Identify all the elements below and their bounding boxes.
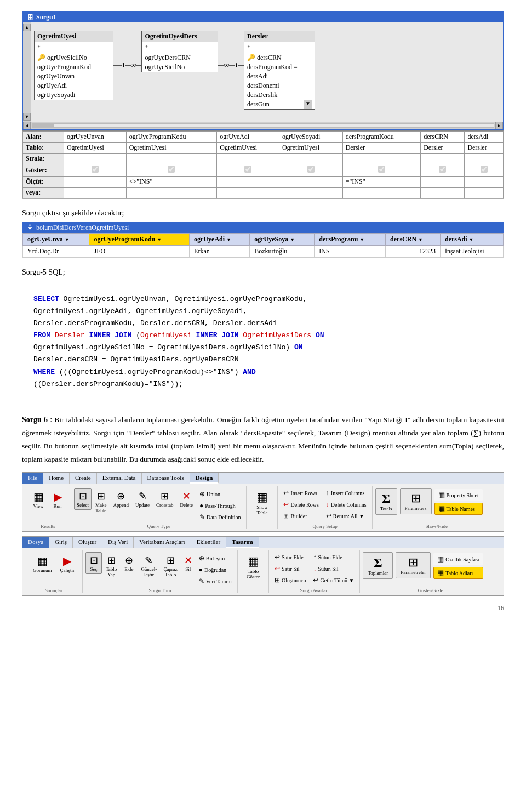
passthrough-button[interactable]: ● Pass-Through	[197, 501, 243, 511]
guncellestir-button[interactable]: ✎ Güncel-leştir	[138, 552, 159, 580]
ribbon-en-tab-create[interactable]: Create	[70, 473, 97, 484]
ribbon-en-tab-extdata[interactable]: External Data	[97, 473, 142, 484]
satir-ekle-button[interactable]: ↩ Satır Ekle	[272, 552, 308, 563]
parameters-icon: ⊞	[411, 491, 421, 506]
insert-rows-icon: ↩	[283, 489, 289, 497]
qbe-sirala-6	[421, 154, 465, 164]
delete-label: Delete	[180, 502, 193, 508]
gorunum-label: Görünüm	[33, 567, 52, 573]
veritanimi-icon: ✎	[199, 577, 204, 586]
union-button[interactable]: ⊕ Union	[197, 489, 243, 499]
table-box-ogretimuyesiDers: OgretimUyesiDers * ogrUyeDersCRN ogrUyeS…	[141, 31, 218, 72]
ribbon-tr-tab-tasarim[interactable]: Tasarım	[226, 537, 259, 548]
ribbon-tr-tab-olustur[interactable]: Oluştur	[73, 537, 102, 548]
parameters-button[interactable]: ⊞ Parameters	[400, 488, 432, 514]
veritanimi-button[interactable]: ✎ Veri Tanımı	[196, 576, 235, 587]
qbe-row-label-olcut: Ölçüt:	[23, 177, 64, 188]
sql-keyword-where: WHERE	[33, 368, 55, 376]
ribbon-en-tab-design[interactable]: Design	[190, 473, 219, 484]
ribbon-group-showtable: ▦ ShowTable	[247, 486, 278, 529]
toplamlar-button[interactable]: Σ Toplamlar	[363, 552, 393, 579]
col-header-ogryeadi[interactable]: ogrUyeAdi ▼	[190, 234, 250, 246]
tablo-goster-button[interactable]: ▦ TabloGöster	[242, 552, 264, 582]
calistir-button[interactable]: ▶ Çalıştır	[57, 552, 78, 575]
ribbon-en: File Home Create External Data Database …	[22, 472, 504, 532]
toplamlar-icon: Σ	[374, 555, 382, 570]
ribbon-en-tab-home[interactable]: Home	[43, 473, 70, 484]
col-header-ogryeunva[interactable]: ogrUyeUnva ▼	[23, 234, 89, 246]
ribbon-en-tab-file[interactable]: File	[22, 473, 43, 484]
ribbon-en-tab-dbtools[interactable]: Database Tools	[142, 473, 190, 484]
sql-text-4: (	[132, 331, 140, 339]
getir-button[interactable]: ↩ Getir: Tümü ▼	[310, 575, 357, 586]
tablo-adlari-button[interactable]: ▦ Tablo Adları	[433, 567, 483, 579]
builder-button[interactable]: ⊞ Builder	[281, 511, 321, 521]
sil-button[interactable]: ✕ Sil	[181, 552, 195, 574]
parametreler-button[interactable]: ⊞ Parametreler	[396, 552, 431, 578]
col-header-dersadi[interactable]: dersAdi ▼	[440, 234, 503, 246]
col-header-dersprograami[interactable]: dersProgramı ▼	[315, 234, 386, 246]
tabloyap-label: TabloYap	[106, 566, 117, 577]
ribbon-tr-tab-eklentiler[interactable]: Eklentiler	[191, 537, 226, 548]
passthrough-label: Pass-Through	[205, 503, 236, 509]
capraztablo-button[interactable]: ⊞ ÇaprazTablo	[161, 552, 180, 580]
ekle-button[interactable]: ⊕ Ekle	[121, 552, 137, 574]
ribbon-tr-tab-dosya[interactable]: Dosya	[22, 537, 49, 548]
make-table-button[interactable]: ⊞ MakeTable	[93, 488, 110, 515]
run-icon: ▶	[54, 490, 62, 503]
col-header-ogrryesoya[interactable]: ogrUyeSoya ▼	[250, 234, 315, 246]
ribbon-tr-tab-giris[interactable]: Giriş	[49, 537, 73, 548]
text-sorgu-ciktisi: Sorgu çıktısı şu şekilde olacaktır;	[22, 209, 504, 218]
update-button[interactable]: ✎ Update	[133, 488, 152, 510]
make-table-label: MakeTable	[95, 502, 107, 513]
tablogoster-group-label	[253, 588, 254, 593]
select-button[interactable]: ⊡ Select	[74, 488, 92, 510]
window-icon: 🗄	[27, 14, 33, 21]
delete-button[interactable]: ✕ Delete	[178, 488, 196, 510]
view-button[interactable]: ▦ View	[30, 488, 47, 511]
capraztablo-label: ÇaprazTablo	[163, 566, 177, 577]
sutun-sil-button[interactable]: ↓ Sütun Sil	[310, 564, 357, 574]
insert-rows-button[interactable]: ↩ Insert Rows	[281, 488, 321, 498]
gorunum-button[interactable]: ▦ Görünüm	[30, 552, 55, 575]
sorgu6-colon: :	[48, 416, 54, 424]
sec-button[interactable]: ⊡ Seç	[85, 552, 102, 574]
qbe-row-label-alan: Alan:	[23, 132, 64, 143]
ribbon-tr-tab-disveri[interactable]: Dış Veri	[102, 537, 134, 548]
dogrudan-button[interactable]: ● Doğrudan	[196, 565, 235, 575]
veritanimi-label: Veri Tanımı	[206, 578, 232, 584]
result-table-container: 🗄 bolumDisiDersVerenOgretimUyesi ogrUyeU…	[22, 222, 504, 258]
tabloyap-button[interactable]: ⊞ TabloYap	[103, 552, 119, 580]
olusturucu-button[interactable]: ⊞ Oluşturucu	[272, 575, 308, 586]
passthrough-icon: ●	[199, 502, 203, 510]
result-row-col7: İnşaat Jeolojisi	[440, 246, 503, 258]
ozellik-sayfasi-button[interactable]: ▦ Özellik Sayfası	[433, 553, 483, 565]
qbe-sirala-2	[126, 154, 217, 164]
qbe-alan-6: dersCRN	[421, 132, 465, 143]
run-button[interactable]: ▶ Run	[49, 488, 66, 511]
delete-rows-button[interactable]: ↩ Delete Rows	[281, 499, 321, 510]
datadefinition-button[interactable]: ✎ Data Definition	[197, 512, 243, 523]
diagram-area: OgretimUyesi * 🔑 ogrUyeSicilNo ogrUyePro…	[23, 22, 503, 129]
property-sheet-button[interactable]: ▦ Property Sheet	[434, 489, 483, 501]
satir-sil-button[interactable]: ↩ Satır Sil	[272, 564, 308, 574]
return-button[interactable]: ↩ Return: All ▼	[323, 511, 369, 521]
ekle-label: Ekle	[124, 566, 134, 572]
crosstab-button[interactable]: ⊞ Crosstab	[153, 488, 176, 510]
table-names-button[interactable]: ▦ Table Names	[434, 503, 483, 515]
delete-columns-button[interactable]: ↓ Delete Columns	[323, 499, 369, 510]
qbe-olcut-2: <>"INS"	[126, 177, 217, 188]
qbe-tablo-7: Dersler	[465, 143, 504, 154]
insert-columns-button[interactable]: ↑ Insert Columns	[323, 488, 369, 498]
birlesim-button[interactable]: ⊕ Birleşim	[196, 553, 235, 564]
sutun-ekle-button[interactable]: ↑ Sütun Ekle	[310, 552, 357, 563]
sql-text-3: Dersler.dersProgramKodu, Dersler.dersCRN…	[33, 319, 277, 327]
qbe-olcut-1	[64, 177, 126, 188]
sql-keyword-ij2: INNER JOIN	[192, 331, 239, 339]
show-table-button[interactable]: ▦ ShowTable	[251, 488, 273, 518]
col-header-ogryeprogramkodu[interactable]: ogrUyeProgramKodu ▼	[89, 234, 190, 246]
col-header-derscrn[interactable]: dersCRN ▼	[386, 234, 441, 246]
ribbon-tr-tab-vbaraclari[interactable]: Veritabanı Araçları	[134, 537, 191, 548]
append-button[interactable]: ⊕ Append	[111, 488, 132, 510]
totals-button[interactable]: Σ Totals	[375, 488, 397, 515]
